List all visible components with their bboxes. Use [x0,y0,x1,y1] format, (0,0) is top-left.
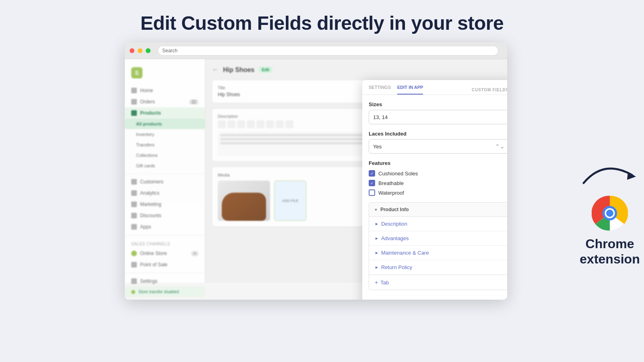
arrow-icon [580,155,640,195]
product-info-section: ▼ Product Info ► Description ► Advantage… [369,202,507,290]
sizes-input[interactable] [369,110,507,124]
svg-point-4 [606,210,613,217]
home-icon [131,88,137,93]
sidebar-item-collections[interactable]: Collections [125,150,205,160]
sidebar-item-all-products[interactable]: All products [125,119,205,129]
laces-field-group: Laces Included Yes No ⌃⌄ [369,131,507,154]
toolbar-btn-6 [266,120,274,128]
features-section: Features ✓ Cushioned Soles ✓ Breathable [369,160,507,196]
sidebar: S Home Orders 22 Products [125,59,205,283]
chrome-label: Chrome extension [580,236,640,267]
main-headline: Edit Custom Fields directly in your stor… [140,12,504,34]
cushioned-label: Cushioned Soles [378,171,418,177]
toolbar-btn-4 [247,120,255,128]
tab-arrow-description: ► [375,222,379,226]
chrome-icon [592,195,628,231]
customers-icon [131,179,137,185]
checkbox-row-breathable: ✓ Breathable [369,180,507,186]
sidebar-item-settings[interactable]: Settings [125,276,205,287]
waterproof-checkbox[interactable] [369,189,375,196]
toolbar-btn-3 [237,120,245,128]
sidebar-divider-2 [125,235,205,235]
tab-return-policy[interactable]: ► Return Policy [369,260,507,275]
sidebar-item-products[interactable]: Products [125,107,205,119]
tab-arrow-advantages: ► [375,236,379,241]
breathable-label: Breathable [378,180,404,186]
add-tab-row[interactable]: + Tab [369,275,507,290]
product-info-header[interactable]: ▼ Product Info [369,203,507,217]
browser-bar: Search [125,42,507,59]
panel-body: Sizes Laces Included Yes No ⌃⌄ [362,95,507,300]
sizes-field-group: Sizes [369,101,507,124]
browser-mockup: Chrome extension Search S [125,42,519,308]
browser-frame: Search S Home Orders [125,42,507,300]
sidebar-item-orders[interactable]: Orders 22 [125,96,205,107]
right-section: Chrome extension [580,155,640,267]
tab-advantages[interactable]: ► Advantages [369,231,507,246]
waterproof-label: Waterproof [378,190,404,196]
sidebar-item-customers[interactable]: Customers [125,176,205,187]
tab-edit-in-app[interactable]: EDIT IN APP [397,85,423,95]
sidebar-item-pos[interactable]: Point of Sale [125,259,205,270]
triangle-icon: ▼ [374,208,378,212]
sidebar-logo: S [125,64,205,85]
tab-label-advantages: Advantages [381,235,409,241]
sidebar-item-analytics[interactable]: Analytics [125,187,205,199]
sidebar-item-online-store[interactable]: Online Store + [125,248,205,259]
orders-icon [131,99,137,105]
sidebar-item-marketing[interactable]: Marketing [125,199,205,210]
tab-settings[interactable]: SETTINGS [369,85,391,95]
thumb-text-1: ADD FILE [282,199,299,203]
sidebar-item-transfer[interactable]: Store transfer disabled [125,287,205,297]
back-button[interactable]: ← [212,66,219,74]
sidebar-item-discounts[interactable]: Discounts [125,210,205,221]
products-icon [131,110,137,116]
apps-icon [131,224,137,230]
breathable-checkbox[interactable]: ✓ [369,180,375,186]
features-label: Features [369,160,507,166]
cushioned-checkbox[interactable]: ✓ [369,170,375,177]
browser-address-bar: Search [158,46,498,56]
svg-marker-0 [627,172,636,180]
sidebar-item-giftcards[interactable]: Gift cards [125,160,205,171]
pos-icon [131,262,137,267]
toolbar-btn-8 [285,120,293,128]
panel-title: CUSTOM FIELDS [472,88,507,92]
online-store-icon [131,251,137,256]
toolbar-btn-2 [227,120,235,128]
analytics-icon [131,190,137,196]
tab-description[interactable]: ► Description [369,217,507,231]
shopify-logo-icon: S [131,67,142,78]
sidebar-item-home[interactable]: Home [125,85,205,96]
checkbox-row-waterproof: Waterproof [369,189,507,196]
media-thumb-1: ADD FILE [274,181,306,221]
sidebar-divider-1 [125,173,205,174]
product-info-label: Product Info [380,207,409,212]
page-header: ← Hip Shoes Edit [212,66,501,74]
tab-label-return: Return Policy [381,264,412,270]
tab-arrow-maintenance: ► [375,251,379,255]
sales-channels-title: SALES CHANNELS [125,238,205,248]
panel-tabs: SETTINGS EDIT IN APP [369,85,423,95]
discounts-icon [131,213,137,218]
browser-minimize-dot [138,48,142,53]
marketing-icon [131,202,137,207]
sidebar-item-apps[interactable]: Apps [125,221,205,232]
custom-fields-panel: SETTINGS EDIT IN APP CUSTOM FIELDS Sizes [362,80,507,300]
settings-icon [131,278,137,284]
panel-header: SETTINGS EDIT IN APP CUSTOM FIELDS [362,80,507,95]
edit-badge: Edit [258,67,272,73]
sidebar-item-transfers[interactable]: Transfers [125,140,205,150]
browser-maximize-dot [146,48,151,53]
toolbar-btn-7 [276,120,284,128]
tab-maintenance[interactable]: ► Maintenance & Care [369,246,507,260]
tab-arrow-return: ► [375,265,379,269]
store-icon [131,290,135,294]
toolbar-btn-1 [218,120,226,128]
product-title: Hip Shoes [223,66,254,74]
laces-label: Laces Included [369,131,507,137]
laces-select[interactable]: Yes No [369,139,507,154]
tab-label-description: Description [381,221,407,227]
sidebar-item-inventory[interactable]: Inventory [125,129,205,140]
add-tab-label: Tab [380,280,389,286]
